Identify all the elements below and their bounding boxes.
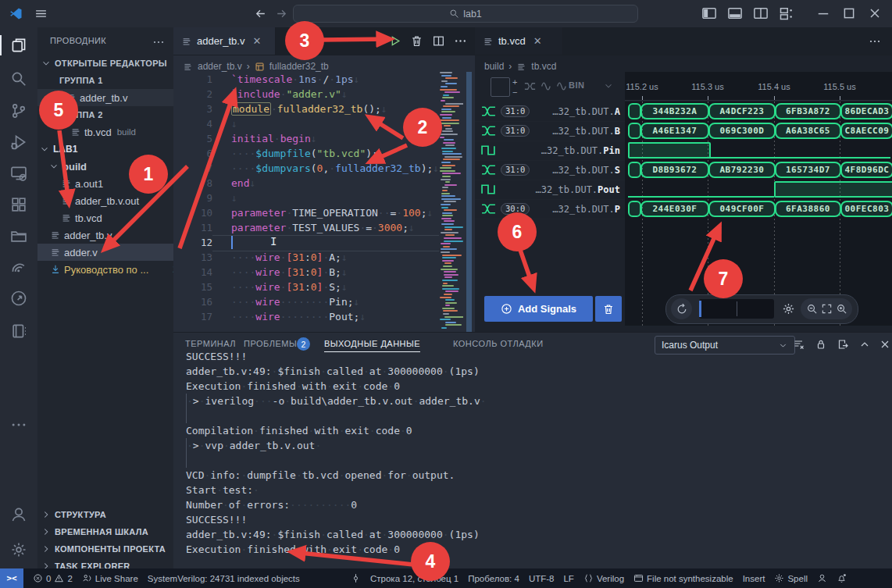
tree-row--...[interactable]: Руководство по ...2: [37, 261, 174, 278]
zoom-in-icon[interactable]: [836, 303, 847, 315]
status-cursor-position[interactable]: Строка 12, столбец 1: [370, 574, 458, 583]
signal-row-pin[interactable]: …32_tb.DUT.Pin: [475, 141, 625, 161]
status-systemverilog-status[interactable]: SystemVerilog: 24731 indexed objects: [148, 574, 300, 583]
clear-output-icon[interactable]: [793, 338, 805, 351]
status-indentation[interactable]: Пробелов: 4: [468, 574, 519, 583]
status-synthesis-status[interactable]: File not synthesizable: [633, 573, 733, 583]
wave-canvas[interactable]: 344B232AA4DCF2236FB3A87286DECAD3A46E1347…: [625, 102, 892, 326]
panel-tab-1[interactable]: ПРОБЛЕМЫ: [244, 339, 297, 348]
status-language-mode[interactable]: Verilog: [583, 573, 624, 583]
status-git-commit[interactable]: [351, 573, 361, 583]
status-eol-sequence[interactable]: LF: [563, 574, 573, 583]
activity-wave-icon[interactable]: [10, 258, 27, 275]
refresh-button[interactable]: [671, 298, 692, 319]
activity-remote-explorer-icon[interactable]: [10, 165, 27, 182]
bus-format-icon[interactable]: [523, 80, 537, 93]
trash-icon[interactable]: [410, 34, 423, 48]
editor-scrollbar[interactable]: [466, 72, 472, 332]
minimize-icon[interactable]: [815, 5, 831, 21]
tab-adder-tb-v[interactable]: adder_tb.v ✕: [173, 27, 276, 55]
layout-sidebar-icon[interactable]: [701, 5, 717, 21]
breadcrumb-file[interactable]: tb.vcd: [531, 61, 556, 72]
tree-row-a.out1[interactable]: a.out1: [37, 175, 174, 192]
status-spell-checker[interactable]: Spell: [774, 573, 808, 583]
signal-row-pout[interactable]: …32_tb.DUT.Pout: [475, 180, 625, 200]
nav-forward-icon[interactable]: [275, 7, 288, 20]
close-icon[interactable]: [867, 5, 883, 21]
zoom-plus-label[interactable]: +: [512, 78, 517, 86]
activity-run-debug-icon[interactable]: [10, 134, 27, 151]
chevron-down-icon[interactable]: [603, 80, 614, 91]
status-feedback[interactable]: [817, 573, 827, 583]
tree-row-tb.vcd[interactable]: tb.vcdbuild: [37, 123, 174, 141]
remote-indicator[interactable]: ><: [0, 568, 23, 588]
tab-tb-vcd[interactable]: tb.vcd ✕: [475, 27, 563, 55]
more-actions-icon[interactable]: [454, 34, 467, 48]
chevron-up-icon[interactable]: [858, 338, 871, 351]
activity-ellipsis-icon[interactable]: [10, 416, 27, 433]
more-actions-icon[interactable]: [869, 35, 881, 48]
status-notifications[interactable]: [837, 573, 847, 583]
open-in-editor-icon[interactable]: [837, 338, 849, 351]
tab-close-icon[interactable]: ✕: [533, 35, 542, 47]
signal-row-a[interactable]: 31:0…32_tb.DUT.A: [475, 102, 625, 122]
activity-extensions-icon[interactable]: [10, 196, 27, 213]
radix-select[interactable]: BIN: [569, 80, 584, 90]
tree-row-adder_tb.v[interactable]: adder_tb.v: [37, 89, 174, 106]
analog-wave-icon[interactable]: [556, 80, 569, 93]
sidebar-section-структура[interactable]: СТРУКТУРА: [37, 506, 174, 523]
activity-files-icon[interactable]: [10, 37, 27, 54]
menu-icon[interactable]: [34, 7, 48, 20]
status-encoding[interactable]: UTF-8: [529, 574, 555, 583]
breadcrumb-folder[interactable]: build: [484, 61, 504, 72]
sidebar-section-временная-шкала[interactable]: ВРЕМЕННАЯ ШКАЛА: [37, 523, 174, 540]
activity-project-manager-icon[interactable]: [10, 227, 27, 244]
nav-back-icon[interactable]: [254, 7, 267, 20]
breadcrumb-file[interactable]: adder_tb.v: [198, 61, 242, 72]
code-area[interactable]: `timescale·1ns·/·1ps↓`include·"adder.v"↓…: [231, 72, 439, 324]
sidebar-section-компоненты-проекта[interactable]: КОМПОНЕНТЫ ПРОЕКТА: [37, 540, 174, 558]
signal-row-b[interactable]: 31:0…32_tb.DUT.B: [475, 121, 625, 141]
tree-row-tb.vcd[interactable]: tb.vcd: [37, 209, 174, 226]
remove-signals-button[interactable]: [595, 296, 622, 322]
tree-row-lab1[interactable]: LAB1: [37, 141, 174, 158]
zoom-minus-label[interactable]: −: [512, 88, 517, 96]
status-insert-mode[interactable]: Insert: [743, 574, 765, 583]
tree-row-build[interactable]: build: [37, 158, 174, 175]
layout-columns-icon[interactable]: [753, 5, 769, 21]
command-center-search[interactable]: lab1: [293, 5, 638, 23]
layout-customize-icon[interactable]: [779, 5, 794, 21]
output-channel-select[interactable]: Icarus Output: [655, 336, 795, 355]
fit-screen-icon[interactable]: [821, 303, 833, 315]
activity-search-icon[interactable]: [10, 70, 27, 87]
tree-row--1[interactable]: ГРУППА 1: [37, 72, 174, 89]
add-signals-button[interactable]: Add Signals: [484, 296, 593, 322]
tree-row-adder_tb.v.out[interactable]: adder_tb.v.out: [37, 192, 174, 209]
panel-tab-3[interactable]: КОНСОЛЬ ОТЛАДКИ: [453, 339, 544, 348]
breadcrumb-symbol[interactable]: fulladder32_tb: [269, 61, 329, 72]
panel-tab-0[interactable]: ТЕРМИНАЛ: [185, 339, 236, 348]
activity-run-circle-icon[interactable]: [10, 290, 27, 307]
status-live-share[interactable]: Live Share: [82, 573, 138, 583]
tree-row--2[interactable]: ГРУППА 2: [37, 106, 174, 123]
activity-account-icon[interactable]: [10, 506, 27, 523]
tree-row-adder_tb.v[interactable]: adder_tb.v: [37, 226, 174, 244]
signal-row-p[interactable]: 30:0…32_tb.DUT.P: [475, 199, 625, 219]
tree-row-adder.v[interactable]: adder.v: [37, 244, 174, 261]
run-button-icon[interactable]: [388, 34, 401, 48]
analog-wave-icon[interactable]: [541, 80, 554, 93]
tree-row--[interactable]: ОТКРЫТЫЕ РЕДАКТОРЫ: [37, 55, 174, 72]
zoom-out-icon[interactable]: [806, 303, 818, 315]
activity-source-control-icon[interactable]: [10, 102, 27, 119]
activity-notebook-icon[interactable]: [10, 323, 27, 340]
layout-panel-icon[interactable]: [727, 5, 743, 21]
sidebar-section-task-explorer[interactable]: TASK EXPLORER: [37, 558, 174, 568]
minimap[interactable]: [440, 72, 463, 332]
settings-gear-icon[interactable]: [782, 302, 795, 315]
split-editor-icon[interactable]: [432, 34, 445, 48]
status-problems-status[interactable]: 02: [33, 573, 73, 583]
lock-scroll-icon[interactable]: [815, 338, 827, 351]
close-panel-icon[interactable]: [879, 338, 891, 351]
more-actions-icon[interactable]: [152, 36, 165, 48]
activity-settings-gear-icon[interactable]: [10, 541, 27, 558]
